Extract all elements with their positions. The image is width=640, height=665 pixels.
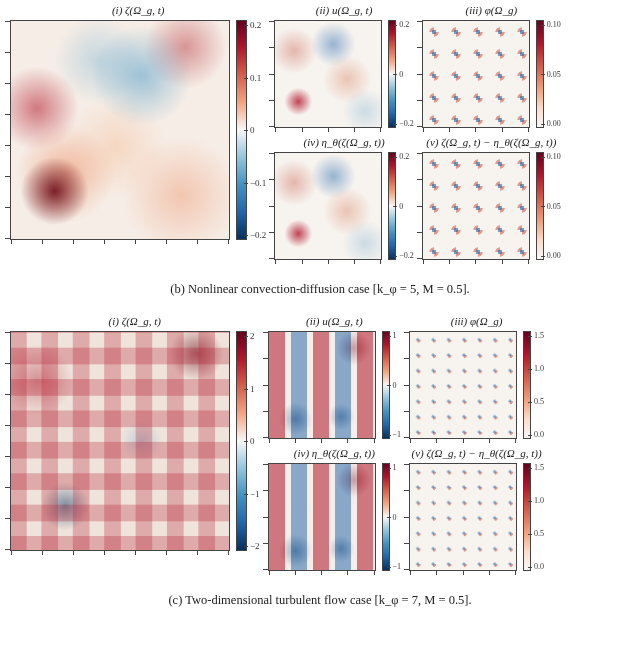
- fig-b-colorbar-iii: 0.10 0.05 0.00: [536, 20, 561, 128]
- figure-b: (i) ζ(Ω_g, t) 0.2 0.1 0 −0.1 −0.2: [10, 4, 630, 297]
- xticks: [11, 550, 229, 556]
- xticks: [423, 259, 529, 265]
- yticks: [5, 21, 11, 239]
- fig-b-heatmap-ii: [274, 20, 382, 128]
- fig-b-colorbar-iv: 0.2 0 −0.2: [388, 152, 414, 260]
- fig-b-panel-iii: (iii) φ(Ω_g) 0.10 0.05 0.00: [422, 4, 561, 128]
- colorbar-ticks: 0.10 0.05 0.00: [547, 20, 561, 128]
- cbar-tick: −0.2: [250, 230, 266, 240]
- fig-c-panel-iv-title: (iv) η_θ(ζ(Ω_g, t)): [294, 447, 375, 459]
- yticks: [417, 21, 423, 127]
- colorbar-ticks: 1 0 −1: [393, 331, 402, 439]
- fig-c-heatmap-iii: [409, 331, 517, 439]
- xticks: [11, 239, 229, 245]
- cbar-tick: 0.2: [399, 152, 414, 161]
- xticks: [410, 570, 516, 576]
- fig-b-row-2: (iv) η_θ(ζ(Ω_g, t)) 0.2 0 −: [274, 136, 569, 260]
- heatmap-fill: [269, 464, 375, 570]
- figure-b-panel-grid: (i) ζ(Ω_g, t) 0.2 0.1 0 −0.1 −0.2: [10, 4, 630, 268]
- fig-c-colorbar-iii: 1.5 1.0 0.5 0.0: [523, 331, 544, 439]
- cbar-tick: 0: [250, 436, 260, 446]
- cbar-tick: 1: [393, 463, 402, 472]
- cbar-tick: −0.1: [250, 178, 266, 188]
- cbar-tick: 1.0: [534, 364, 544, 373]
- fig-c-panel-ii: (ii) u(Ω_g, t) 1 0 −1: [268, 315, 402, 439]
- cbar-tick: −1: [250, 489, 260, 499]
- fig-b-panel-iv-title: (iv) η_θ(ζ(Ω_g, t)): [304, 136, 385, 148]
- cbar-tick: 0.05: [547, 202, 561, 211]
- fig-b-panel-v: (v) ζ(Ω_g, t) − η_θ(ζ(Ω_g, t)) 0.10 0.05: [422, 136, 561, 260]
- fig-c-heatmap-v: [409, 463, 517, 571]
- cbar-tick: −2: [250, 541, 260, 551]
- xticks: [275, 127, 381, 133]
- cbar-tick: 0: [250, 125, 266, 135]
- cbar-tick: 0.5: [534, 397, 544, 406]
- cbar-tick: 0.2: [399, 20, 414, 29]
- fig-b-panel-ii: (ii) u(Ω_g, t) 0.2 0 −0.2: [274, 4, 414, 128]
- fig-b-colorbar-main: 0.2 0.1 0 −0.1 −0.2: [236, 20, 266, 240]
- cbar-tick: 0.1: [250, 73, 266, 83]
- yticks: [269, 21, 275, 127]
- fig-c-panel-ii-title: (ii) u(Ω_g, t): [306, 315, 363, 327]
- fig-c-panel-v-title: (v) ζ(Ω_g, t) − η_θ(ζ(Ω_g, t)): [412, 447, 542, 459]
- fig-b-panel-i: (i) ζ(Ω_g, t) 0.2 0.1 0 −0.1 −0.2: [10, 4, 266, 240]
- cbar-tick: −1: [393, 562, 402, 571]
- cbar-tick: 1: [250, 384, 260, 394]
- fig-b-panel-iv: (iv) η_θ(ζ(Ω_g, t)) 0.2 0 −: [274, 136, 414, 260]
- figure-c: (i) ζ(Ω_g, t) 2 1 0 −1 −2: [10, 315, 630, 608]
- yticks: [263, 464, 269, 570]
- heatmap-fill: [11, 21, 229, 239]
- fig-b-panel-i-wrap: 0.2 0.1 0 −0.1 −0.2: [10, 20, 266, 240]
- fig-b-panel-ii-title: (ii) u(Ω_g, t): [316, 4, 373, 16]
- cbar-tick: 0.00: [547, 251, 561, 260]
- fig-c-panel-i-title: (i) ζ(Ω_g, t): [109, 315, 161, 327]
- heatmap-fill: [275, 21, 381, 127]
- cbar-tick: 0: [393, 381, 402, 390]
- cbar-tick: 0: [393, 513, 402, 522]
- yticks: [5, 332, 11, 550]
- cbar-tick: 0.10: [547, 152, 561, 161]
- fig-c-colorbar-iv: 1 0 −1: [382, 463, 402, 571]
- heatmap-fill: [410, 332, 516, 438]
- colorbar-ticks: 1.5 1.0 0.5 0.0: [534, 463, 544, 571]
- colorbar-ticks: 0.2 0.1 0 −0.1 −0.2: [250, 20, 266, 240]
- fig-c-panel-iii-title: (iii) φ(Ω_g): [451, 315, 503, 327]
- xticks: [275, 259, 381, 265]
- fig-b-heatmap-iv: [274, 152, 382, 260]
- fig-c-small-grid: (ii) u(Ω_g, t) 1 0 −1: [268, 315, 553, 579]
- cbar-tick: 1.5: [534, 463, 544, 472]
- cbar-tick: 0.5: [534, 529, 544, 538]
- cbar-tick: 0.0: [534, 430, 544, 439]
- cbar-tick: 1.0: [534, 496, 544, 505]
- cbar-tick: 0: [399, 70, 414, 79]
- xticks: [423, 127, 529, 133]
- xticks: [410, 438, 516, 444]
- yticks: [417, 153, 423, 259]
- xticks: [269, 438, 375, 444]
- fig-c-panel-iii: (iii) φ(Ω_g) 1.5 1.0 0.5: [409, 315, 544, 439]
- yticks: [263, 332, 269, 438]
- fig-c-heatmap-ii: [268, 331, 376, 439]
- heatmap-fill: [423, 153, 529, 259]
- heatmap-fill: [275, 153, 381, 259]
- fig-c-colorbar-main: 2 1 0 −1 −2: [236, 331, 260, 551]
- colorbar-strip: [523, 463, 531, 571]
- fig-c-colorbar-v: 1.5 1.0 0.5 0.0: [523, 463, 544, 571]
- colorbar-ticks: 0.2 0 −0.2: [399, 20, 414, 128]
- fig-b-heatmap-i: [10, 20, 230, 240]
- fig-c-colorbar-ii: 1 0 −1: [382, 331, 402, 439]
- fig-c-heatmap-i: [10, 331, 230, 551]
- figure-c-panel-grid: (i) ζ(Ω_g, t) 2 1 0 −1 −2: [10, 315, 630, 579]
- cbar-tick: 0.05: [547, 70, 561, 79]
- cbar-tick: 1: [393, 331, 402, 340]
- fig-b-colorbar-ii: 0.2 0 −0.2: [388, 20, 414, 128]
- yticks: [404, 464, 410, 570]
- cbar-tick: −0.2: [399, 251, 414, 260]
- colorbar-ticks: 0.2 0 −0.2: [399, 152, 414, 260]
- fig-b-colorbar-v: 0.10 0.05 0.00: [536, 152, 561, 260]
- colorbar-ticks: 1 0 −1: [393, 463, 402, 571]
- heatmap-fill: [423, 21, 529, 127]
- fig-c-panel-v: (v) ζ(Ω_g, t) − η_θ(ζ(Ω_g, t)) 1.5 1.0: [409, 447, 544, 571]
- figure-b-caption: (b) Nonlinear convection-diffusion case …: [10, 282, 630, 297]
- fig-b-heatmap-v: [422, 152, 530, 260]
